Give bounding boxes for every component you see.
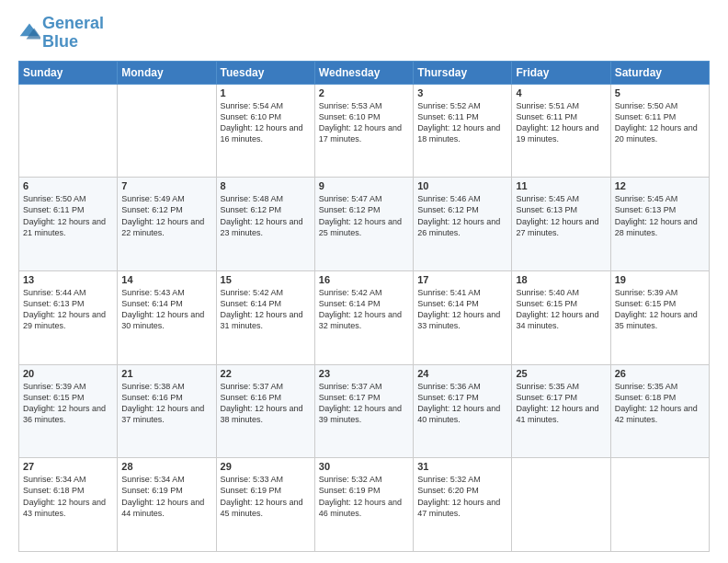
calendar-cell: 4Sunrise: 5:51 AM Sunset: 6:11 PM Daylig… xyxy=(512,84,610,178)
day-number: 24 xyxy=(417,368,507,379)
day-number: 15 xyxy=(221,274,311,285)
calendar-cell: 19Sunrise: 5:39 AM Sunset: 6:15 PM Dayli… xyxy=(610,270,709,364)
col-header-wednesday: Wednesday xyxy=(314,61,413,84)
calendar-cell: 14Sunrise: 5:43 AM Sunset: 6:14 PM Dayli… xyxy=(118,270,216,364)
calendar-week-row: 20Sunrise: 5:39 AM Sunset: 6:15 PM Dayli… xyxy=(19,364,710,458)
day-number: 18 xyxy=(516,274,606,285)
day-info: Sunrise: 5:51 AM Sunset: 6:11 PM Dayligh… xyxy=(516,100,606,145)
day-info: Sunrise: 5:45 AM Sunset: 6:13 PM Dayligh… xyxy=(516,193,606,238)
col-header-sunday: Sunday xyxy=(19,61,118,84)
calendar-cell: 18Sunrise: 5:40 AM Sunset: 6:15 PM Dayli… xyxy=(512,270,610,364)
calendar-week-row: 27Sunrise: 5:34 AM Sunset: 6:18 PM Dayli… xyxy=(19,458,710,552)
day-number: 17 xyxy=(417,274,507,285)
calendar-cell xyxy=(512,458,610,552)
calendar-cell: 30Sunrise: 5:32 AM Sunset: 6:19 PM Dayli… xyxy=(314,458,413,552)
calendar-cell: 3Sunrise: 5:52 AM Sunset: 6:11 PM Daylig… xyxy=(414,84,512,178)
day-info: Sunrise: 5:46 AM Sunset: 6:12 PM Dayligh… xyxy=(417,193,507,238)
col-header-monday: Monday xyxy=(118,61,216,84)
day-info: Sunrise: 5:38 AM Sunset: 6:16 PM Dayligh… xyxy=(121,381,211,426)
calendar-cell: 31Sunrise: 5:32 AM Sunset: 6:20 PM Dayli… xyxy=(414,458,512,552)
day-info: Sunrise: 5:36 AM Sunset: 6:17 PM Dayligh… xyxy=(417,381,507,426)
day-info: Sunrise: 5:50 AM Sunset: 6:11 PM Dayligh… xyxy=(23,193,113,238)
day-info: Sunrise: 5:44 AM Sunset: 6:13 PM Dayligh… xyxy=(23,287,113,332)
day-number: 22 xyxy=(221,368,311,379)
day-info: Sunrise: 5:52 AM Sunset: 6:11 PM Dayligh… xyxy=(417,100,507,145)
calendar-cell xyxy=(19,84,118,178)
day-info: Sunrise: 5:42 AM Sunset: 6:14 PM Dayligh… xyxy=(319,287,409,332)
day-number: 14 xyxy=(121,274,211,285)
calendar-cell: 6Sunrise: 5:50 AM Sunset: 6:11 PM Daylig… xyxy=(19,178,118,271)
day-number: 21 xyxy=(121,368,211,379)
day-number: 5 xyxy=(615,87,705,98)
calendar-cell: 25Sunrise: 5:35 AM Sunset: 6:17 PM Dayli… xyxy=(512,364,610,458)
day-info: Sunrise: 5:37 AM Sunset: 6:16 PM Dayligh… xyxy=(221,381,311,426)
day-info: Sunrise: 5:40 AM Sunset: 6:15 PM Dayligh… xyxy=(516,287,606,332)
day-info: Sunrise: 5:47 AM Sunset: 6:12 PM Dayligh… xyxy=(319,193,409,238)
calendar-cell: 17Sunrise: 5:41 AM Sunset: 6:14 PM Dayli… xyxy=(414,270,512,364)
day-number: 16 xyxy=(319,274,409,285)
day-info: Sunrise: 5:32 AM Sunset: 6:19 PM Dayligh… xyxy=(319,474,409,519)
day-info: Sunrise: 5:45 AM Sunset: 6:13 PM Dayligh… xyxy=(615,193,705,238)
day-info: Sunrise: 5:37 AM Sunset: 6:17 PM Dayligh… xyxy=(319,381,409,426)
day-info: Sunrise: 5:43 AM Sunset: 6:14 PM Dayligh… xyxy=(121,287,211,332)
calendar-cell xyxy=(118,84,216,178)
calendar-cell: 9Sunrise: 5:47 AM Sunset: 6:12 PM Daylig… xyxy=(314,178,413,271)
day-number: 27 xyxy=(23,461,113,472)
calendar-cell xyxy=(610,458,709,552)
calendar-cell: 10Sunrise: 5:46 AM Sunset: 6:12 PM Dayli… xyxy=(414,178,512,271)
logo-text: General Blue xyxy=(42,15,104,52)
day-number: 13 xyxy=(23,274,113,285)
calendar-cell: 5Sunrise: 5:50 AM Sunset: 6:11 PM Daylig… xyxy=(610,84,709,178)
calendar-cell: 24Sunrise: 5:36 AM Sunset: 6:17 PM Dayli… xyxy=(414,364,512,458)
calendar-cell: 1Sunrise: 5:54 AM Sunset: 6:10 PM Daylig… xyxy=(216,84,314,178)
day-number: 26 xyxy=(615,368,705,379)
day-number: 7 xyxy=(121,180,211,191)
calendar-cell: 8Sunrise: 5:48 AM Sunset: 6:12 PM Daylig… xyxy=(216,178,314,271)
calendar-cell: 11Sunrise: 5:45 AM Sunset: 6:13 PM Dayli… xyxy=(512,178,610,271)
calendar-cell: 15Sunrise: 5:42 AM Sunset: 6:14 PM Dayli… xyxy=(216,270,314,364)
day-number: 8 xyxy=(221,180,311,191)
day-info: Sunrise: 5:35 AM Sunset: 6:18 PM Dayligh… xyxy=(615,381,705,426)
page-header: General Blue xyxy=(18,15,710,52)
day-number: 6 xyxy=(23,180,113,191)
calendar-cell: 22Sunrise: 5:37 AM Sunset: 6:16 PM Dayli… xyxy=(216,364,314,458)
day-number: 23 xyxy=(319,368,409,379)
day-number: 1 xyxy=(221,87,311,98)
day-number: 28 xyxy=(121,461,211,472)
calendar-week-row: 6Sunrise: 5:50 AM Sunset: 6:11 PM Daylig… xyxy=(19,178,710,271)
calendar-cell: 21Sunrise: 5:38 AM Sunset: 6:16 PM Dayli… xyxy=(118,364,216,458)
day-info: Sunrise: 5:49 AM Sunset: 6:12 PM Dayligh… xyxy=(121,193,211,238)
day-number: 2 xyxy=(319,87,409,98)
day-info: Sunrise: 5:50 AM Sunset: 6:11 PM Dayligh… xyxy=(615,100,705,145)
day-number: 29 xyxy=(221,461,311,472)
calendar-cell: 12Sunrise: 5:45 AM Sunset: 6:13 PM Dayli… xyxy=(610,178,709,271)
day-number: 25 xyxy=(516,368,606,379)
day-info: Sunrise: 5:54 AM Sunset: 6:10 PM Dayligh… xyxy=(221,100,311,145)
col-header-friday: Friday xyxy=(512,61,610,84)
day-info: Sunrise: 5:39 AM Sunset: 6:15 PM Dayligh… xyxy=(615,287,705,332)
day-info: Sunrise: 5:34 AM Sunset: 6:19 PM Dayligh… xyxy=(121,474,211,519)
calendar-cell: 20Sunrise: 5:39 AM Sunset: 6:15 PM Dayli… xyxy=(19,364,118,458)
day-number: 11 xyxy=(516,180,606,191)
calendar-cell: 26Sunrise: 5:35 AM Sunset: 6:18 PM Dayli… xyxy=(610,364,709,458)
calendar-cell: 2Sunrise: 5:53 AM Sunset: 6:10 PM Daylig… xyxy=(314,84,413,178)
logo: General Blue xyxy=(18,15,104,52)
day-info: Sunrise: 5:53 AM Sunset: 6:10 PM Dayligh… xyxy=(319,100,409,145)
day-number: 19 xyxy=(615,274,705,285)
calendar-cell: 23Sunrise: 5:37 AM Sunset: 6:17 PM Dayli… xyxy=(314,364,413,458)
day-info: Sunrise: 5:35 AM Sunset: 6:17 PM Dayligh… xyxy=(516,381,606,426)
calendar-week-row: 13Sunrise: 5:44 AM Sunset: 6:13 PM Dayli… xyxy=(19,270,710,364)
calendar-cell: 29Sunrise: 5:33 AM Sunset: 6:19 PM Dayli… xyxy=(216,458,314,552)
day-number: 9 xyxy=(319,180,409,191)
day-info: Sunrise: 5:33 AM Sunset: 6:19 PM Dayligh… xyxy=(221,474,311,519)
day-info: Sunrise: 5:32 AM Sunset: 6:20 PM Dayligh… xyxy=(417,474,507,519)
day-number: 31 xyxy=(417,461,507,472)
day-number: 4 xyxy=(516,87,606,98)
day-info: Sunrise: 5:42 AM Sunset: 6:14 PM Dayligh… xyxy=(221,287,311,332)
calendar-cell: 28Sunrise: 5:34 AM Sunset: 6:19 PM Dayli… xyxy=(118,458,216,552)
day-number: 12 xyxy=(615,180,705,191)
calendar-header-row: SundayMondayTuesdayWednesdayThursdayFrid… xyxy=(19,61,710,84)
col-header-thursday: Thursday xyxy=(414,61,512,84)
col-header-tuesday: Tuesday xyxy=(216,61,314,84)
calendar-table: SundayMondayTuesdayWednesdayThursdayFrid… xyxy=(18,61,710,552)
